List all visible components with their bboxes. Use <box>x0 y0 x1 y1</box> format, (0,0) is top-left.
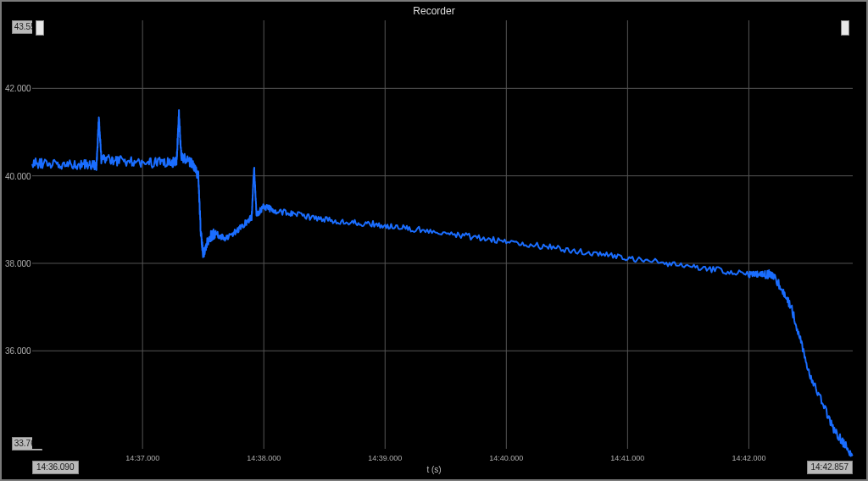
x-axis-max-indicator[interactable]: 14:42.857 <box>807 461 854 474</box>
x-tick-label: 14:41.000 <box>610 454 644 462</box>
y-tick-label: 36.000 <box>5 346 31 356</box>
y-tick-label: 42.000 <box>5 84 31 93</box>
window-title: Recorder <box>2 5 866 17</box>
x-axis-min-indicator[interactable]: 14:36.090 <box>32 461 79 474</box>
x-tick-label: 14:38.000 <box>247 454 281 462</box>
chart-plot <box>32 20 853 449</box>
x-tick-label: 14:40.000 <box>489 454 523 462</box>
y-tick-label: 40.000 <box>5 171 31 180</box>
x-axis-label: t (s) <box>426 465 441 474</box>
plot-area[interactable] <box>32 20 853 449</box>
x-tick-label: 14:37.000 <box>125 454 159 462</box>
lox-pressure-trace <box>32 110 853 456</box>
x-tick-label: 14:42.000 <box>732 454 765 462</box>
y-tick-label: 38.000 <box>5 258 31 268</box>
x-tick-label: 14:39.000 <box>368 454 402 462</box>
recorder-window: Recorder 43.555 33.760 14:36.090 14:42.8… <box>0 0 868 481</box>
